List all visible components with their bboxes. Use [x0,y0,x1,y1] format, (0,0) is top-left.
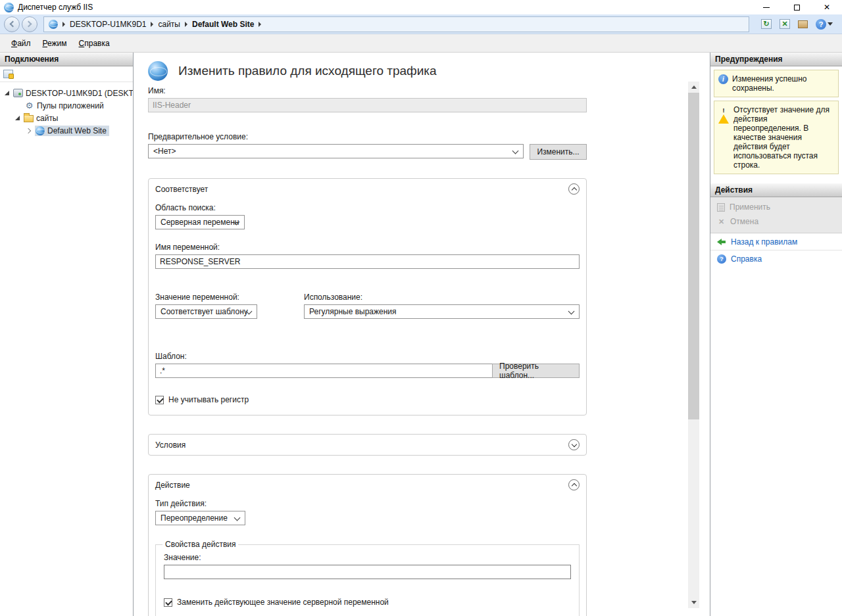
server-icon [13,89,23,97]
precondition-edit-button[interactable]: Изменить... [530,144,587,160]
stop-button[interactable]: ✕ [780,19,790,29]
connections-tree: DESKTOP-U1MK9D1 (DESKTOP ⚙ Пулы приложен… [0,82,133,137]
tree-item-app-pools[interactable]: ⚙ Пулы приложений [0,99,133,112]
selected-tree-item[interactable]: Default Web Site [35,126,109,136]
alert-info: i Изменения успешно сохранены. [714,70,839,97]
variable-name-input[interactable] [155,254,580,269]
expander-icon[interactable] [24,129,32,133]
back-to-rules-label: Назад к правилам [731,237,797,247]
variable-value-value: Соответствует шаблону [161,307,248,316]
collapse-button[interactable] [568,479,580,490]
scroll-down-button[interactable] [688,597,699,608]
info-icon: i [718,74,728,84]
apply-icon [717,203,725,212]
menu-help[interactable]: Справка [73,36,116,51]
window-controls: ✕ [751,0,842,14]
tree-item-sites[interactable]: сайты [0,112,133,124]
maximize-button[interactable] [781,0,812,14]
connections-toolbar [0,66,133,82]
conditions-section-title: Условия [155,440,186,450]
cancel-icon: ✕ [717,218,726,226]
maximize-icon [794,5,800,11]
tree-item-label: Default Web Site [47,126,107,135]
alert-warning: ! Отсутствует значение для действия пере… [714,101,839,174]
action-value-input[interactable] [164,565,571,579]
app-pools-icon: ⚙ [24,101,34,110]
close-button[interactable]: ✕ [812,0,842,14]
name-label: Имя: [148,86,587,95]
back-arrow-icon [717,239,726,245]
expand-button[interactable] [568,439,580,450]
actions-header: Действия [710,183,842,197]
tree-item-server[interactable]: DESKTOP-U1MK9D1 (DESKTOP [0,87,133,99]
replace-value-label: Заменить действующее значение серверной … [177,598,389,607]
tree-item-default-web-site[interactable]: Default Web Site [0,124,133,137]
breadcrumb-item-sites[interactable]: сайты [158,20,180,29]
match-section-header: Соответствует [149,179,586,199]
breadcrumb-site-icon [49,20,58,29]
back-icon [10,21,16,28]
breadcrumb-separator-icon [259,22,261,27]
match-section: Соответствует Область поиска: Серверная … [148,178,587,415]
variable-value-select[interactable]: Соответствует шаблону [155,304,257,319]
forward-button[interactable] [22,16,37,32]
apply-label: Применить [730,202,770,212]
address-bar: DESKTOP-U1MK9D1 сайты Default Web Site ↻… [0,14,842,34]
using-select[interactable]: Регулярные выражения [304,304,580,319]
close-icon: ✕ [824,3,830,12]
back-to-rules-link[interactable]: Назад к правилам [710,233,842,250]
apply-button[interactable]: Применить [710,200,842,214]
breadcrumb-separator-icon [62,22,65,27]
vertical-scrollbar[interactable] [688,82,699,608]
rule-name-input[interactable] [148,98,587,112]
cancel-button[interactable]: ✕ Отмена [710,214,842,229]
pattern-label: Шаблон: [155,352,580,361]
scope-value: Серверная переменн [161,218,239,227]
collapsed-chevron-icon [26,128,31,133]
alert-text: Изменения успешно сохранены. [732,74,834,93]
pattern-input[interactable] [155,364,492,378]
create-connection-icon[interactable] [3,70,13,78]
connections-panel: Подключения DESKTOP-U1MK9D1 (DESKTOP ⚙ П… [0,53,134,616]
scroll-down-icon [691,601,697,604]
action-properties-group: Свойства действия Значение: Заменить дей… [155,540,580,616]
ignore-case-checkbox[interactable] [155,396,164,404]
scope-select[interactable]: Серверная переменн [155,215,245,229]
help-link[interactable]: ? Справка [710,250,842,268]
menu-view[interactable]: Режим [37,36,73,51]
variable-value-label: Значение переменной: [155,293,304,302]
ignore-case-label: Не учитывать регистр [168,395,249,404]
scrollbar-thumb[interactable] [688,93,699,419]
chevron-down-icon [828,22,833,26]
help-menu-button[interactable]: ? [816,19,833,30]
scroll-up-button[interactable] [688,82,699,93]
scroll-up-icon [691,85,697,89]
action-section: Действие Тип действия: Переопределение С… [148,474,587,616]
replace-value-checkbox[interactable] [164,598,172,607]
collapse-button[interactable] [568,183,580,195]
action-type-select[interactable]: Переопределение [155,511,245,525]
feature-globe-icon [148,61,168,81]
breadcrumb-separator-icon [185,22,187,27]
breadcrumb-item-server[interactable]: DESKTOP-U1MK9D1 [70,20,146,29]
test-pattern-button[interactable]: Проверить шаблон... [492,364,580,378]
minimize-button[interactable] [751,0,781,14]
precondition-select[interactable]: <Нет> [148,144,524,158]
stop-icon: ✕ [781,20,787,28]
precondition-label: Предварительное условие: [148,132,587,141]
menu-bar: Файл Режим Справка [0,34,842,53]
action-type-label: Тип действия: [155,499,580,508]
breadcrumb-separator-icon [151,22,153,27]
refresh-button[interactable]: ↻ [761,19,772,29]
back-button[interactable] [4,16,20,32]
expander-icon[interactable] [3,91,11,95]
precondition-value: <Нет> [153,147,176,156]
package-icon[interactable] [798,20,808,28]
menu-file[interactable]: Файл [5,36,37,51]
conditions-section-header: Условия [149,435,586,455]
conditions-section: Условия [148,434,587,456]
breadcrumb-item-default-web-site[interactable]: Default Web Site [192,20,254,29]
alert-text: Отсутствует значение для действия переоп… [733,105,834,170]
page-title-row: Изменить правило для исходящего трафика [148,61,587,81]
expander-icon[interactable] [13,116,21,120]
